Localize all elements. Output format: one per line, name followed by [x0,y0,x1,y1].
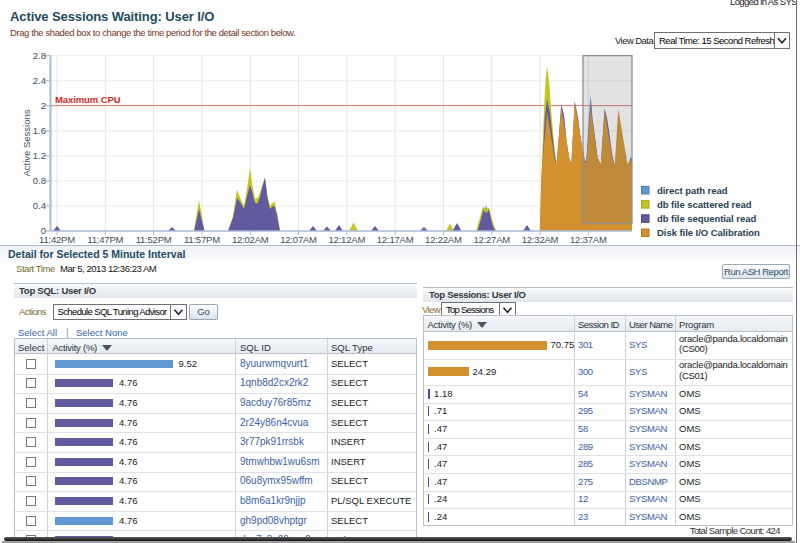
svg-text:Maximum CPU: Maximum CPU [55,94,121,105]
svg-text:11:52PM: 11:52PM [136,234,172,245]
svg-text:12:07AM: 12:07AM [280,234,317,245]
svg-text:11:57PM: 11:57PM [184,234,220,245]
svg-text:0.8: 0.8 [33,175,46,186]
svg-text:12:22AM: 12:22AM [425,234,462,245]
svg-text:2.8: 2.8 [33,50,46,61]
svg-text:db file sequential read: db file sequential read [657,213,756,224]
svg-text:11:42PM: 11:42PM [39,234,75,245]
svg-text:direct path read: direct path read [657,185,728,196]
svg-text:12:17AM: 12:17AM [377,234,414,245]
svg-text:Disk file I/O Calibration: Disk file I/O Calibration [657,227,760,238]
svg-text:0.4: 0.4 [33,200,46,211]
svg-text:1.6: 1.6 [33,125,46,136]
svg-text:2: 2 [41,100,46,111]
svg-text:db file scattered read: db file scattered read [657,199,752,210]
svg-text:Active Sessions: Active Sessions [21,109,32,176]
svg-text:12:27AM: 12:27AM [473,234,510,245]
svg-text:12:12AM: 12:12AM [328,234,365,245]
svg-text:12:37AM: 12:37AM [570,234,607,245]
svg-text:12:32AM: 12:32AM [522,234,559,245]
svg-text:2.4: 2.4 [33,75,46,86]
svg-text:12:02AM: 12:02AM [232,234,269,245]
svg-text:1.2: 1.2 [33,150,46,161]
svg-text:11:47PM: 11:47PM [87,234,123,245]
